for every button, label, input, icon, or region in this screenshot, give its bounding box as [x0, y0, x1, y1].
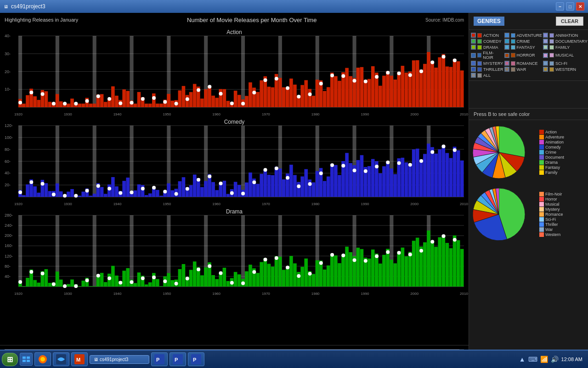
genre-checkbox-documentary[interactable] — [543, 39, 548, 44]
svg-rect-2 — [27, 356, 30, 359]
genre-checkbox-romance[interactable] — [504, 61, 509, 66]
genre-checkbox-mystery[interactable] — [471, 61, 476, 66]
minimize-button[interactable]: – — [556, 2, 564, 11]
genre-label-documentary: DOCUMENTARY — [555, 39, 588, 44]
genres-header: GENRES CLEAR — [469, 13, 588, 30]
svg-rect-0 — [21, 354, 31, 364]
genre-checkbox-crime[interactable] — [504, 39, 509, 44]
genre-checkbox-animation[interactable] — [543, 33, 548, 38]
genre-label-drama: DRAMA — [483, 45, 498, 50]
genre-label-horror: HORROR — [517, 53, 535, 58]
genre-color-adventure — [511, 33, 515, 38]
genre-checkbox-comedy[interactable] — [471, 39, 476, 44]
taskbar-btn-7[interactable]: P — [188, 352, 204, 366]
title-bar-left: 🖥 cs491project3 — [4, 3, 45, 10]
genre-checkbox-sci-fi[interactable] — [543, 61, 548, 66]
svg-text:P: P — [175, 357, 178, 362]
genre-item-adventure[interactable]: ADVENTURE — [504, 33, 543, 38]
genre-label-sci-fi: SCI-FI — [555, 61, 567, 66]
taskbar-btn-5[interactable]: P — [151, 352, 168, 366]
legend-color-15 — [539, 222, 544, 227]
genre-checkbox-thriller[interactable] — [471, 67, 476, 72]
taskbar-active-window[interactable]: 🖥 cs491project3 — [90, 355, 149, 364]
genre-color-western — [549, 67, 554, 72]
genre-item-film-noir[interactable]: FILM-NOIR — [471, 51, 503, 60]
genre-checkbox-all[interactable] — [471, 73, 476, 78]
genre-checkbox-musical[interactable] — [543, 53, 548, 58]
genre-label-mystery: MYSTERY — [483, 61, 503, 66]
legend-color-9 — [539, 192, 544, 196]
pie-row-bottom: Film-Noir Horror Musical Mystery Romance… — [471, 184, 586, 244]
genre-item-comedy[interactable]: COMEDY — [471, 39, 503, 44]
taskbar-btn-3[interactable] — [53, 352, 69, 366]
genre-checkbox-horror[interactable] — [504, 53, 509, 58]
clear-button[interactable]: CLEAR — [556, 17, 583, 26]
genre-item-romance[interactable]: ROMANCE — [504, 61, 543, 66]
genre-item-horror[interactable]: HORROR — [504, 51, 543, 60]
genre-checkbox-war[interactable] — [504, 67, 509, 72]
system-tray: ▲ ⌨ 📶 🔊 12:08 AM — [515, 351, 586, 368]
genre-checkbox-family[interactable] — [543, 45, 548, 50]
genre-label-adventure: ADVENTURE — [517, 33, 543, 38]
genre-checkbox-adventure[interactable] — [504, 33, 509, 38]
middle-space — [469, 81, 588, 109]
legend-color-2 — [539, 140, 544, 144]
genre-item-family[interactable]: FAMILY — [543, 45, 588, 50]
legend-item-8: Family — [539, 170, 564, 175]
legend-color-10 — [539, 197, 544, 201]
genre-color-action — [477, 33, 482, 38]
taskbar-btn-4[interactable]: M — [71, 352, 88, 366]
action-chart — [0, 27, 469, 116]
source-label: Source: IMDB.com — [425, 17, 464, 23]
genre-color-comedy — [477, 39, 482, 44]
genre-item-all[interactable]: ALL — [471, 73, 503, 78]
genre-checkbox-fantasy[interactable] — [504, 45, 509, 50]
pie-legend-1: Action Adventure Animation Comedy Crime … — [539, 130, 564, 175]
legend-item-7: Fantasy — [539, 165, 564, 170]
active-window-label: cs491project3 — [100, 357, 128, 362]
genre-color-family — [549, 45, 554, 50]
genre-item-animation[interactable]: ANIMATION — [543, 33, 588, 38]
legend-item-9: Film-Noir — [539, 192, 563, 196]
legend-label-8: Family — [545, 170, 558, 175]
genre-checkbox-film-noir[interactable] — [471, 53, 476, 58]
maximize-button[interactable]: □ — [566, 2, 574, 11]
genre-item-western[interactable]: WESTERN — [543, 67, 588, 72]
genre-checkbox-western[interactable] — [543, 67, 548, 72]
taskbar-btn-2[interactable] — [34, 352, 51, 366]
genres-grid: ACTION ADVENTURE ANIMATION COMEDY CRIME … — [469, 30, 588, 81]
genre-item-action[interactable]: ACTION — [471, 33, 503, 38]
genre-item-thriller[interactable]: THRILLER — [471, 67, 503, 72]
legend-label-17: Western — [545, 232, 560, 237]
genre-item-war[interactable]: WAR — [504, 67, 543, 72]
genre-item-mystery[interactable]: MYSTERY — [471, 61, 503, 66]
close-button[interactable]: ✕ — [576, 2, 584, 11]
genre-color-horror — [511, 53, 515, 58]
legend-item-16: War — [539, 227, 563, 232]
taskbar-btn-1[interactable] — [20, 353, 33, 366]
legend-label-1: Adventure — [545, 135, 564, 139]
start-button[interactable]: ⊞ — [2, 353, 18, 366]
tray-icon-4: 🔊 — [551, 356, 559, 363]
genre-color-war — [511, 67, 515, 72]
genre-checkbox-action[interactable] — [471, 33, 476, 38]
legend-color-13 — [539, 212, 544, 217]
genre-item-documentary[interactable]: DOCUMENTARY — [543, 39, 588, 44]
taskbar-btn-6[interactable]: P — [170, 352, 186, 366]
genre-item-sci-fi[interactable]: SCI-FI — [543, 61, 588, 66]
genre-item-musical[interactable]: MUSICAL — [543, 51, 588, 60]
genre-color-animation — [549, 33, 554, 38]
viz-area: Highlighting Releases in January Number … — [0, 13, 469, 368]
genre-item-crime[interactable]: CRIME — [504, 39, 543, 44]
genre-item-drama[interactable]: DRAMA — [471, 45, 503, 50]
genre-color-crime — [511, 39, 515, 44]
legend-item-12: Mystery — [539, 207, 563, 212]
title-bar: 🖥 cs491project3 – □ ✕ — [0, 0, 588, 13]
genre-label-film-noir: FILM-NOIR — [483, 51, 503, 60]
genre-label-action: ACTION — [483, 33, 499, 38]
legend-label-16: War — [545, 227, 553, 232]
genre-checkbox-drama[interactable] — [471, 45, 476, 50]
highlight-label: Highlighting Releases in January — [5, 17, 78, 23]
legend-item-11: Musical — [539, 202, 563, 207]
genre-item-fantasy[interactable]: FANTASY — [504, 45, 543, 50]
